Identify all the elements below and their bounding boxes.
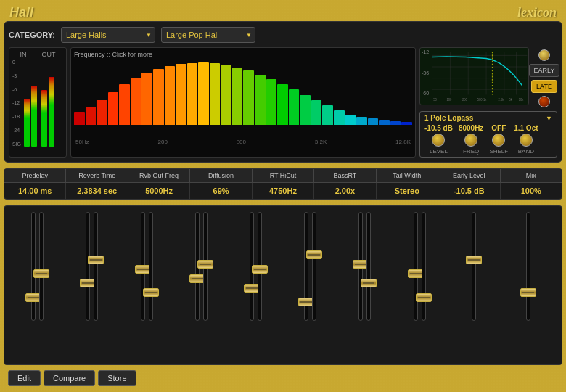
fader-rail-6-1[interactable] [366, 212, 371, 321]
fader-rail-0-0[interactable] [31, 212, 36, 321]
category-select[interactable]: Large Halls Small Halls Plates Rooms [61, 27, 155, 43]
compare-button[interactable]: Compare [44, 370, 95, 386]
spectrum-bar-10 [187, 63, 198, 126]
filter-params: -10.5 dB LEVEL 8000Hz FREQ OFF [424, 124, 552, 155]
fader-rail-2-1[interactable] [149, 212, 153, 321]
fader-track-7-1 [422, 212, 426, 359]
fader-rail-7-1[interactable] [422, 212, 426, 321]
spectrum-bar-6 [142, 73, 152, 125]
svg-text:5k: 5k [509, 97, 513, 102]
param-header-reverb-time: Reverb Time [66, 169, 128, 182]
param-value-mix[interactable]: 100% [501, 183, 562, 199]
spectrum-bar-5 [131, 78, 142, 125]
eq-graph[interactable]: -12 -36 -60 [419, 47, 529, 105]
fader-group-1 [65, 212, 119, 359]
eq-svg: 50 100 250 500 1k 2.5k 5k 10k [420, 48, 528, 105]
fader-group-5 [283, 212, 337, 359]
category-select-wrapper[interactable]: Large Halls Small Halls Plates Rooms [61, 27, 155, 43]
param-value-predelay[interactable]: 14.00 ms [4, 183, 66, 199]
fader-rail-1-1[interactable] [94, 212, 98, 321]
param-value-diffusion[interactable]: 69% [190, 183, 252, 199]
vu-scale-3: -3 [12, 73, 21, 78]
fader-rail-5-0[interactable] [304, 212, 308, 321]
param-value-bassrt[interactable]: 2.00x [314, 183, 376, 199]
param-header-early-level: Early Level [438, 169, 500, 182]
fader-rail-1-0[interactable] [86, 212, 90, 321]
param-value-tail-width[interactable]: Stereo [377, 183, 438, 199]
fader-handle-6-1[interactable] [361, 279, 377, 287]
fader-rail-5-1[interactable] [312, 212, 316, 321]
vu-scale-18: -18 [12, 114, 21, 119]
param-value-rvb-out-freq[interactable]: 5000Hz [128, 183, 190, 199]
filter-shelf-knob[interactable] [492, 134, 505, 147]
param-value-rt-hicut[interactable]: 4750Hz [253, 183, 314, 199]
preset-select-wrapper[interactable]: Large Pop Hall Large Rock Hall Large Jaz… [161, 27, 255, 43]
edit-button[interactable]: Edit [8, 370, 41, 386]
fader-handle-2-1[interactable] [143, 288, 159, 297]
param-value-early-level[interactable]: -10.5 dB [438, 183, 500, 199]
store-button[interactable]: Store [98, 370, 136, 386]
fader-rail-2-0[interactable] [141, 212, 145, 321]
spectrum-section[interactable]: Frequency :: Click for more 50Hz 200 800… [70, 47, 416, 158]
vu-header: IN OUT [12, 51, 63, 58]
filter-band-knob[interactable] [520, 134, 533, 147]
early-button[interactable]: EARLY [529, 64, 560, 77]
fader-handle-3-1[interactable] [197, 260, 213, 269]
param-value-reverb-time[interactable]: 2.3834 sec [66, 183, 128, 199]
fader-handle-7-1[interactable] [416, 293, 432, 302]
fader-rail-3-1[interactable] [203, 212, 208, 321]
filter-shelf-label: SHELF [489, 148, 508, 155]
eq-scale-36: -36 [422, 70, 429, 75]
svg-text:500: 500 [477, 97, 483, 102]
svg-text:2.5k: 2.5k [499, 97, 504, 102]
spectrum-bar-22 [322, 105, 333, 125]
params-panel: Predelay Reverb Time Rvb Out Freq Diffus… [4, 168, 562, 200]
freq-label-3k2: 3.2K [315, 139, 327, 145]
eq-scale-60: -60 [422, 91, 429, 96]
filter-name-row: 1 Pole Lopass ▼ [424, 114, 552, 122]
fader-track-9-0 [526, 212, 530, 359]
params-values: 14.00 ms 2.3834 sec 5000Hz 69% 4750Hz 2.… [4, 183, 562, 199]
spectrum-display: 50Hz 200 800 3.2K 12.8K [74, 60, 412, 145]
spectrum-bar-9 [176, 64, 186, 125]
spectrum-bar-17 [266, 79, 277, 125]
filter-freq-param: 8000Hz FREQ [459, 124, 483, 155]
fader-track-1-0 [86, 212, 90, 359]
fader-handle-0-1[interactable] [33, 269, 49, 278]
fader-rail-9-0[interactable] [526, 212, 530, 321]
filter-level-param: -10.5 dB LEVEL [424, 124, 453, 155]
param-header-tail-width: Tail Width [377, 169, 438, 182]
fader-handle-1-1[interactable] [88, 256, 104, 264]
spectrum-bar-24 [345, 115, 356, 125]
fader-handle-4-1[interactable] [252, 265, 268, 274]
spectrum-bar-27 [379, 120, 390, 125]
filter-level-knob[interactable] [432, 134, 445, 147]
spectrum-bar-13 [221, 65, 231, 125]
param-header-rt-hicut: RT HiCut [253, 169, 314, 182]
fader-handle-8-0[interactable] [466, 256, 482, 264]
fader-handle-9-0[interactable] [520, 288, 536, 297]
freq-label-800: 800 [237, 139, 246, 145]
svg-text:100: 100 [446, 97, 451, 102]
fader-track-3-0 [195, 212, 200, 359]
fader-track-5-0 [304, 212, 308, 359]
fader-rail-7-0[interactable] [414, 212, 418, 321]
filter-dropdown-arrow[interactable]: ▼ [546, 115, 552, 122]
fader-rail-4-1[interactable] [258, 212, 262, 321]
fader-handle-5-1[interactable] [306, 250, 322, 259]
app-title: Hall [9, 5, 33, 20]
fader-rail-0-1[interactable] [39, 212, 44, 321]
late-button[interactable]: LATE [531, 80, 557, 93]
fader-track-4-1 [258, 212, 262, 359]
top-panel: CATEGORY: Large Halls Small Halls Plates… [4, 21, 562, 163]
vu-out-bar-1 [41, 90, 47, 147]
spectrum-bar-18 [277, 84, 288, 125]
vu-in-bar-1 [24, 99, 30, 147]
params-header: Predelay Reverb Time Rvb Out Freq Diffus… [4, 169, 562, 183]
preset-select[interactable]: Large Pop Hall Large Rock Hall Large Jaz… [161, 27, 255, 43]
param-header-diffusion: Diffusion [190, 169, 252, 182]
spectrum-bar-7 [153, 69, 164, 125]
fader-rail-6-0[interactable] [358, 212, 363, 321]
filter-freq-knob[interactable] [464, 134, 477, 147]
fader-rail-8-0[interactable] [472, 212, 476, 321]
